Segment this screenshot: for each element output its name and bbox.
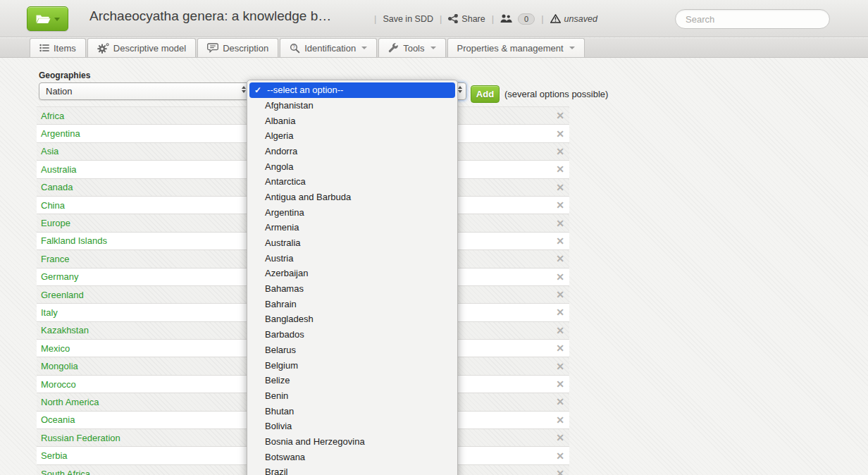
warning-icon [550,14,561,23]
dropdown-option[interactable]: Antigua and Barbuda [247,190,457,205]
geography-link[interactable]: Russian Federation [41,433,120,443]
geography-link[interactable]: Canada [41,182,73,192]
geography-link[interactable]: Falkland Islands [41,235,107,246]
geography-link[interactable]: Africa [41,111,64,121]
dropdown-option[interactable]: Bahamas [247,281,457,297]
delete-icon[interactable]: ✕ [556,433,564,443]
dropdown-option[interactable]: Bolivia [247,419,457,434]
dropdown-option[interactable]: Antarctica [247,174,457,190]
dropdown-option[interactable]: Andorra [247,144,457,159]
dropdown-option[interactable]: Bahrain [247,296,457,311]
app-header: Archaeocyatha genera: a knowledge b… | S… [0,0,868,37]
delete-icon[interactable]: ✕ [556,397,564,407]
delete-icon[interactable]: ✕ [556,200,564,210]
geography-link[interactable]: Argentina [41,128,80,139]
delete-icon[interactable]: ✕ [556,343,564,353]
delete-icon[interactable]: ✕ [556,218,564,228]
select-stepper-icon [242,86,246,93]
header-actions: | Save in SDD | Share | [368,0,597,37]
delete-icon[interactable]: ✕ [556,272,564,282]
tab-tools[interactable]: Tools [378,38,445,57]
delete-icon[interactable]: ✕ [556,290,564,300]
check-icon: ✓ [254,85,261,95]
collaborators-button[interactable]: 0 [500,13,535,25]
geography-link[interactable]: Kazakhstan [41,325,89,335]
gear-icon [97,43,109,54]
delete-icon[interactable]: ✕ [556,147,564,156]
delete-icon[interactable]: ✕ [556,164,564,174]
tab-descriptive-model[interactable]: Descriptive model [87,38,196,57]
delete-icon[interactable]: ✕ [556,254,564,264]
dropdown-option[interactable]: Bangladesh [247,311,457,327]
geography-link[interactable]: Australia [41,164,77,175]
collaborators-count-badge: 0 [518,13,535,25]
folder-caret-icon [54,18,60,21]
dropdown-option[interactable]: Brazil [247,464,457,475]
tab-items[interactable]: Items [30,38,86,57]
geography-link[interactable]: Italy [41,307,58,318]
delete-icon[interactable]: ✕ [556,129,564,139]
people-icon [500,14,513,23]
delete-icon[interactable]: ✕ [556,183,564,192]
tab-description[interactable]: Description [197,38,278,57]
geography-link[interactable]: Greenland [41,290,84,300]
dropdown-option[interactable]: Belgium [247,357,457,373]
dropdown-option[interactable]: Bhutan [247,403,457,419]
save-in-sdd-button[interactable]: Save in SDD [383,14,433,24]
geography-link[interactable]: North America [41,397,99,407]
share-button[interactable]: Share [448,14,485,24]
dropdown-option[interactable]: Argentina [247,204,457,220]
delete-icon[interactable]: ✕ [556,415,564,425]
dropdown-option[interactable]: Belarus [247,343,457,358]
dropdown-option[interactable]: Armenia [247,220,457,235]
dropdown-options: Afghanistan Albania Algeria Andorra Ango… [247,98,457,475]
share-icon [448,14,458,23]
dropdown-option[interactable]: Albania [247,113,457,128]
geography-link[interactable]: Oceania [41,414,75,425]
geography-link[interactable]: Mexico [41,343,70,354]
dropdown-selected-option[interactable]: ✓ --select an option-- [249,82,455,98]
dropdown-option[interactable]: Azerbaijan [247,266,457,281]
delete-icon[interactable]: ✕ [556,451,564,461]
add-button[interactable]: Add [471,85,500,103]
geography-link[interactable]: China [41,200,65,211]
dropdown-option[interactable]: Austria [247,250,457,266]
dropdown-option[interactable]: Botswana [247,449,457,464]
geography-link[interactable]: Europe [41,218,70,228]
dropdown-option[interactable]: Bosnia and Herzegovina [247,434,457,450]
dropdown-option[interactable]: Benin [247,388,457,404]
delete-icon[interactable]: ✕ [556,236,564,246]
chevron-down-icon [361,47,367,49]
dropdown-option[interactable]: Belize [247,373,457,388]
select-stepper-icon [458,86,462,93]
document-title: Archaeocyatha genera: a knowledge b… [89,8,331,24]
tab-identification[interactable]: ? Identification [280,38,377,57]
geography-link[interactable]: Germany [41,271,78,282]
geography-link[interactable]: Mongolia [41,361,78,371]
dropdown-option[interactable]: Afghanistan [247,98,457,113]
dropdown-option[interactable]: Barbados [247,327,457,343]
delete-icon[interactable]: ✕ [556,111,564,121]
dropdown-option[interactable]: Algeria [247,128,457,144]
dropdown-option[interactable]: Angola [247,159,457,174]
chevron-down-icon [569,47,575,49]
delete-icon[interactable]: ✕ [556,326,564,335]
section-title: Geographies [39,70,90,80]
delete-icon[interactable]: ✕ [556,362,564,371]
delete-icon[interactable]: ✕ [556,469,564,475]
geography-link[interactable]: Asia [41,146,58,156]
descriptor-select[interactable]: Nation [39,82,250,100]
geography-link[interactable]: South Africa [41,469,90,475]
tab-properties-management[interactable]: Properties & management [447,38,585,57]
geography-link[interactable]: France [41,254,69,264]
chevron-down-icon [430,47,436,49]
geography-link[interactable]: Morocco [41,379,76,390]
geography-link[interactable]: Serbia [41,450,68,461]
svg-text:?: ? [292,44,295,49]
delete-icon[interactable]: ✕ [556,307,564,317]
wrench-icon [388,43,399,54]
open-file-button[interactable] [27,6,68,31]
dropdown-option[interactable]: Australia [247,235,457,251]
delete-icon[interactable]: ✕ [556,379,564,389]
search-input[interactable] [675,9,830,29]
